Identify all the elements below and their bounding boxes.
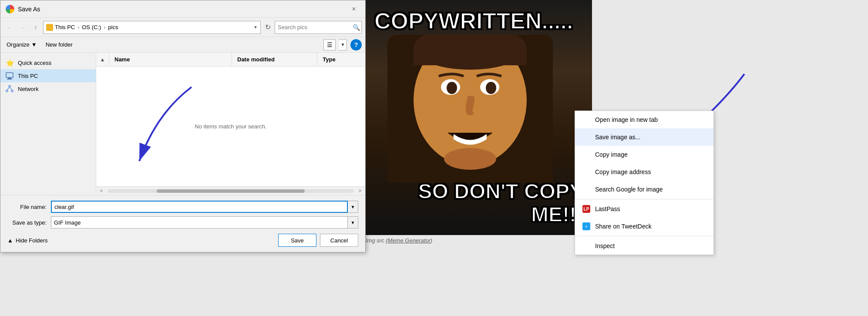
sort-arrow: ▲ [96,53,109,66]
search-input[interactable] [278,24,351,30]
search-bar[interactable]: 🔍 [275,21,362,34]
save-image-as-label: Save image as... [595,134,640,141]
sidebar-item-this-pc[interactable]: This PC [0,69,96,82]
column-date-modified[interactable]: Date modified [232,53,317,66]
back-button[interactable]: ← [4,22,15,33]
organize-button[interactable]: Organize ▼ [4,40,40,49]
svg-point-3 [9,85,10,87]
save-as-type-value: GIF Image [54,219,81,226]
save-as-type-select[interactable]: GIF Image [51,216,348,229]
close-button[interactable]: × [348,3,360,15]
navigation-bar: ← → ↑ This PC › OS (C:) › pics ▼ ↻ 🔍 [0,18,365,37]
meme-face [387,35,553,183]
scroll-left-button[interactable]: < [97,188,106,193]
context-menu-lastpass[interactable]: LP LastPass [575,200,713,218]
breadcrumb-sep1: › [77,24,79,30]
new-folder-button[interactable]: New folder [43,40,75,49]
folder-icon [46,24,53,31]
inspect-icon [582,242,591,250]
column-name[interactable]: Name [109,53,232,66]
svg-point-16 [486,82,496,94]
search-google-label: Search Google for image [595,186,663,193]
help-button[interactable]: ? [350,39,362,50]
svg-rect-1 [8,78,11,79]
meme-bottom-text: SO DON'T COPY ME!!! [374,180,583,226]
file-list-area: ▲ Name Date modified Type No items match… [96,53,365,195]
chrome-icon [6,5,14,13]
scroll-track[interactable] [108,189,354,193]
sidebar-label-network: Network [18,86,39,92]
hide-folders-button[interactable]: ▲ Hide Folders [7,237,48,244]
sidebar-item-quick-access[interactable]: ⭐ Quick access [0,56,96,69]
save-as-dialog: Save As × ← → ↑ This PC › OS (C:) › pics… [0,0,366,252]
action-buttons: Save Cancel [278,234,358,247]
svg-line-6 [7,87,10,90]
toolbar: Organize ▼ New folder ☰ ▼ ? [0,37,365,53]
svg-rect-2 [7,79,12,80]
img-src-suffix: ) [431,237,432,244]
tweetdeck-label: Share on TweetDeck [595,223,652,230]
context-menu-search-google[interactable]: Search Google for image [575,181,713,198]
file-name-row: File name: ▼ [7,201,358,213]
save-as-type-label: Save as type: [7,219,51,226]
breadcrumb-path1: OS (C:) [82,24,101,30]
svg-rect-0 [6,73,13,77]
horizontal-scrollbar[interactable]: < > [96,186,365,195]
breadcrumb-sep2: › [104,24,105,30]
context-menu-divider-2 [575,236,713,236]
svg-rect-12 [414,48,527,65]
copy-image-address-label: Copy image address [595,168,651,175]
context-menu-inspect[interactable]: Inspect [575,237,713,255]
svg-point-17 [444,148,496,170]
svg-line-7 [10,87,12,90]
save-type-dropdown[interactable]: ▼ [348,216,358,229]
context-menu-copy-image-address[interactable]: Copy image address [575,163,713,181]
context-menu-divider-1 [575,199,713,199]
save-type-row: Save as type: GIF Image ▼ [7,216,358,229]
open-new-tab-label: Open image in new tab [595,116,658,123]
breadcrumb-current: pics [108,24,118,30]
dialog-actions: ▲ Hide Folders Save Cancel [7,232,358,247]
file-name-dropdown[interactable]: ▼ [348,201,358,213]
save-button[interactable]: Save [278,234,316,247]
file-name-label: File name: [7,204,51,210]
meme-image-area: COPYWRITTEN..... [366,0,592,235]
view-dropdown[interactable]: ▼ [339,39,347,50]
view-button[interactable]: ☰ [323,39,336,50]
meme-generator-link[interactable]: Meme Generator [388,237,431,244]
forward-button[interactable]: → [17,22,28,33]
sidebar-label-this-pc: This PC [18,73,38,79]
column-type[interactable]: Type [317,53,365,66]
up-button[interactable]: ↑ [30,22,41,33]
context-menu-copy-image[interactable]: Copy image [575,146,713,163]
refresh-button[interactable]: ↻ [262,22,273,33]
search-icon: 🔍 [353,24,360,31]
dialog-titlebar: Save As × [0,0,365,18]
scroll-right-button[interactable]: > [356,188,364,193]
context-menu-open-new-tab[interactable]: Open image in new tab [575,111,713,128]
address-bar[interactable]: This PC › OS (C:) › pics ▼ [43,21,261,34]
column-header: ▲ Name Date modified Type [96,53,365,67]
copy-image-label: Copy image [595,151,628,158]
sidebar: ⭐ Quick access This PC [0,53,96,195]
context-menu-save-image-as[interactable]: Save image as... [575,128,713,146]
cancel-button[interactable]: Cancel [320,234,358,247]
meme-content: COPYWRITTEN..... [366,0,592,235]
image-source-caption: Img src (Meme Generator) [366,237,432,244]
scroll-thumb[interactable] [157,189,305,193]
tweetdeck-icon: + [582,222,591,231]
copy-address-icon [582,168,591,176]
sidebar-item-network[interactable]: Network [0,82,96,95]
copy-image-icon [582,150,591,159]
svg-point-5 [11,90,13,92]
computer-icon [6,72,13,80]
context-menu-tweetdeck[interactable]: + Share on TweetDeck [575,218,713,235]
inspect-label: Inspect [595,242,615,249]
svg-point-15 [447,82,457,94]
search-google-icon [582,185,591,194]
svg-point-4 [6,90,8,92]
dialog-body: ⭐ Quick access This PC [0,53,365,195]
star-icon: ⭐ [6,59,13,67]
address-dropdown-icon[interactable]: ▼ [253,25,258,30]
file-name-input[interactable] [51,201,348,213]
